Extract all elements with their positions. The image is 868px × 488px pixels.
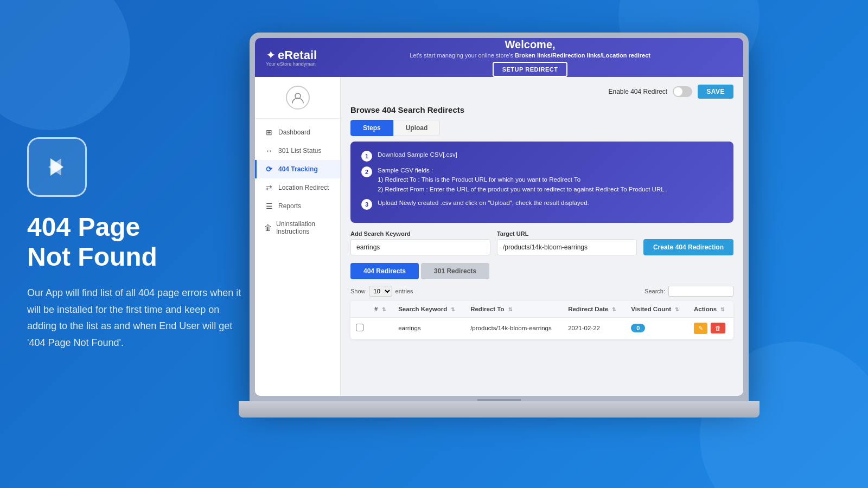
welcome-subtitle: Let's start managing your online store's… — [328, 52, 732, 59]
logo-brand: ✦ eRetail — [266, 48, 317, 62]
step-2: 2 Sample CSV fields : 1) Redirect To : T… — [361, 166, 723, 194]
add-keyword-form: Add Search Keyword Target URL Create 404… — [350, 230, 733, 255]
tab-301-redirects[interactable]: 301 Redirects — [421, 263, 489, 279]
keyword-input[interactable] — [350, 239, 490, 255]
uninstall-icon: 🗑 — [264, 223, 272, 232]
row-num — [369, 317, 393, 339]
visited-badge: 0 — [631, 324, 645, 332]
table-row: earrings /products/14k-bloom-earrings 20… — [350, 317, 733, 339]
main-content: Enable 404 Redirect SAVE Browse 404 Sear… — [341, 77, 743, 396]
left-description: Our App will find list of all 404 page e… — [27, 285, 250, 351]
section-title: Browse 404 Search Redirects — [350, 105, 733, 114]
sidebar-item-404-tracking[interactable]: ⟳ 404 Tracking — [255, 160, 340, 178]
target-group: Target URL — [497, 230, 637, 255]
sidebar-item-location-redirect[interactable]: ⇄ Location Redirect — [255, 178, 340, 197]
avatar — [286, 86, 310, 110]
sidebar: ⊞ Dashboard ↔ 301 List Status ⟳ 404 Trac… — [255, 77, 341, 396]
sidebar-item-301-list-status[interactable]: ↔ 301 List Status — [255, 142, 340, 160]
edit-button[interactable]: ✎ — [694, 323, 707, 334]
left-heading: 404 Page Not Found — [27, 212, 157, 272]
redirect-type-tabs: 404 Redirects 301 Redirects — [350, 263, 733, 279]
tab-steps[interactable]: Steps — [350, 120, 393, 136]
col-date: Redirect Date ⇅ — [563, 301, 626, 318]
col-actions: Actions ⇅ — [688, 301, 733, 318]
target-label: Target URL — [497, 230, 637, 237]
sidebar-item-reports[interactable]: ☰ Reports — [255, 197, 340, 215]
setup-redirect-button[interactable]: SETUP REDIRECT — [493, 62, 568, 77]
save-button[interactable]: SAVE — [698, 85, 733, 99]
row-redirect-to: /products/14k-bloom-earrings — [465, 317, 563, 339]
row-visited: 0 — [626, 317, 688, 339]
target-input[interactable] — [497, 239, 637, 255]
sidebar-item-uninstall[interactable]: 🗑 Uninstallation Instructions — [255, 215, 340, 240]
enable-404-toggle[interactable] — [673, 86, 692, 97]
col-num: # ⇅ — [369, 301, 393, 318]
sidebar-avatar-area — [255, 77, 340, 119]
show-entries: Show 10 25 50 entries — [350, 286, 413, 297]
steps-upload-tabs: Steps Upload — [350, 120, 733, 136]
tab-upload[interactable]: Upload — [393, 120, 441, 136]
tracking-icon: ⟳ — [264, 165, 274, 174]
icon-box — [27, 137, 87, 197]
col-checkbox — [350, 301, 369, 318]
row-checkbox[interactable] — [356, 324, 363, 331]
info-box: 1 Download Sample CSV[.csv] 2 Sample CSV… — [350, 142, 733, 223]
row-keyword: earrings — [393, 317, 465, 339]
step-1: 1 Download Sample CSV[.csv] — [361, 150, 723, 162]
tab-404-redirects[interactable]: 404 Redirects — [350, 263, 419, 279]
table-controls: Show 10 25 50 entries Search: — [350, 286, 733, 297]
topbar: Enable 404 Redirect SAVE — [350, 85, 733, 99]
create-redirection-button[interactable]: Create 404 Redirection — [643, 239, 733, 255]
row-date: 2021-02-22 — [563, 317, 626, 339]
reports-icon: ☰ — [264, 202, 274, 210]
logo-icon: ✦ — [266, 48, 276, 62]
redirect-icon — [40, 150, 74, 184]
sidebar-nav: ⊞ Dashboard ↔ 301 List Status ⟳ 404 Trac… — [255, 119, 340, 396]
laptop-base — [239, 401, 760, 418]
sidebar-item-dashboard[interactable]: ⊞ Dashboard — [255, 123, 340, 142]
laptop-wrapper: ✦ eRetail Your eStore handyman Welcome, … — [250, 33, 770, 455]
app-container: ✦ eRetail Your eStore handyman Welcome, … — [255, 38, 743, 396]
keyword-label: Add Search Keyword — [350, 230, 490, 237]
header-center: Welcome, Let's start managing your onlin… — [328, 38, 732, 77]
welcome-title: Welcome, — [328, 38, 732, 51]
dashboard-icon: ⊞ — [264, 128, 274, 137]
logo-sub: Your eStore handyman — [266, 61, 317, 67]
app-layout: ✦ eRetail Your eStore handyman Welcome, … — [255, 38, 743, 396]
enable-404-label: Enable 404 Redirect — [608, 88, 667, 95]
row-actions: ✎ 🗑 — [688, 317, 733, 339]
logo-area: ✦ eRetail Your eStore handyman — [266, 48, 317, 67]
redirects-table: # ⇅ Search Keyword ⇅ Redirect To ⇅ Redir… — [350, 301, 733, 339]
step-3: 3 Upload Newly created .csv and click on… — [361, 198, 723, 210]
entries-select[interactable]: 10 25 50 — [369, 286, 392, 297]
col-redirect-to: Redirect To ⇅ — [465, 301, 563, 318]
list-status-icon: ↔ — [264, 146, 274, 155]
table-search: Search: — [644, 286, 733, 297]
table-search-input[interactable] — [668, 286, 733, 297]
app-header: ✦ eRetail Your eStore handyman Welcome, … — [255, 38, 743, 77]
laptop-screen: ✦ eRetail Your eStore handyman Welcome, … — [250, 33, 749, 401]
app-body: ⊞ Dashboard ↔ 301 List Status ⟳ 404 Trac… — [255, 77, 743, 396]
left-panel: 404 Page Not Found Our App will find lis… — [0, 0, 277, 488]
col-keyword: Search Keyword ⇅ — [393, 301, 465, 318]
col-visited: Visited Count ⇅ — [626, 301, 688, 318]
keyword-group: Add Search Keyword — [350, 230, 490, 255]
delete-button[interactable]: 🗑 — [711, 323, 725, 333]
location-icon: ⇄ — [264, 183, 274, 192]
logo-text: eRetail — [278, 48, 317, 62]
